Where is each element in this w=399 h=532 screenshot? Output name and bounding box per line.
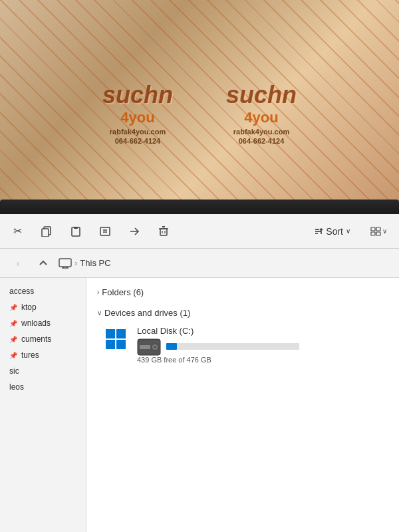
windows-logo-icon bbox=[104, 328, 127, 350]
sidebar-documents-label: cuments bbox=[21, 334, 51, 344]
sidebar-item-videos[interactable]: leos bbox=[0, 379, 86, 395]
svg-rect-31 bbox=[140, 345, 150, 349]
disk-name: Local Disk (C:) bbox=[137, 326, 383, 336]
sidebar-item-downloads[interactable]: 📌 wnloads bbox=[0, 315, 86, 331]
sidebar-item-documents[interactable]: 📌 cuments bbox=[0, 331, 86, 347]
logo-right-phone: 064-662-4124 bbox=[239, 137, 285, 145]
disk-free-label: 439 GB free of 476 GB bbox=[137, 356, 383, 364]
share-icon bbox=[129, 226, 140, 237]
paste-button[interactable] bbox=[66, 222, 85, 241]
cut-button[interactable]: ✂ bbox=[8, 222, 27, 241]
logo-left-name: suchn bbox=[102, 81, 173, 109]
svg-rect-20 bbox=[59, 259, 71, 267]
sidebar-item-music[interactable]: sic bbox=[0, 363, 86, 379]
folders-chevron: › bbox=[97, 289, 99, 296]
disk-info: Local Disk (C:) bbox=[137, 326, 383, 364]
sort-chevron: ∨ bbox=[346, 227, 350, 235]
up-arrow-icon bbox=[39, 259, 48, 268]
sidebar-downloads-label: wnloads bbox=[21, 319, 51, 328]
sidebar-music-label: sic bbox=[9, 366, 19, 376]
sidebar-pictures-label: tures bbox=[21, 350, 39, 360]
background-content: suchn 4you rabfak4you.com 064-662-4124 s… bbox=[0, 0, 399, 226]
copy-icon bbox=[41, 226, 52, 237]
svg-rect-25 bbox=[116, 329, 126, 338]
laptop-bezel bbox=[0, 200, 399, 214]
sort-button[interactable]: Sort ∨ bbox=[309, 223, 356, 239]
sidebar-item-access[interactable]: access bbox=[0, 283, 86, 299]
svg-rect-24 bbox=[106, 329, 115, 338]
local-disk-item[interactable]: Local Disk (C:) bbox=[97, 322, 388, 368]
view-button[interactable]: ∨ bbox=[366, 224, 391, 239]
logo-right: suchn 4you rabfak4you.com 064-662-4124 bbox=[226, 81, 297, 145]
pin-icon-downloads: 📌 bbox=[9, 320, 17, 327]
monitor-icon bbox=[59, 258, 72, 269]
folders-section-header[interactable]: › Folders (6) bbox=[97, 283, 388, 301]
rename-icon bbox=[100, 226, 110, 237]
svg-rect-1 bbox=[42, 229, 49, 237]
sidebar-desktop-label: ktop bbox=[21, 303, 37, 312]
delete-button[interactable] bbox=[154, 222, 173, 241]
view-chevron: ∨ bbox=[382, 227, 387, 235]
sort-icon bbox=[314, 227, 323, 236]
svg-rect-3 bbox=[74, 227, 78, 229]
svg-rect-19 bbox=[376, 232, 380, 235]
hdd-icon bbox=[137, 338, 161, 356]
view-icon bbox=[370, 227, 381, 236]
svg-rect-16 bbox=[371, 227, 375, 231]
toolbar: ✂ bbox=[0, 214, 399, 249]
content-area: › Folders (6) ∨ Devices and drives (1) bbox=[86, 278, 399, 532]
pin-icon-desktop: 📌 bbox=[9, 304, 17, 311]
folders-section-label: Folders (6) bbox=[102, 287, 144, 297]
path-thispc: This PC bbox=[80, 258, 110, 268]
address-bar: ‹ › This PC bbox=[0, 249, 399, 278]
sidebar: access 📌 ktop 📌 wnloads 📌 cuments 📌 ture… bbox=[0, 278, 86, 532]
disk-bar-container bbox=[166, 343, 299, 350]
logos-area: suchn 4you rabfak4you.com 064-662-4124 s… bbox=[102, 81, 297, 145]
address-path: › This PC bbox=[59, 258, 111, 269]
logo-left-website: rabfak4you.com bbox=[110, 128, 166, 136]
sidebar-item-pictures[interactable]: 📌 tures bbox=[0, 347, 86, 363]
devices-chevron: ∨ bbox=[97, 309, 102, 317]
logo-left-tagline: 4you bbox=[120, 109, 154, 126]
svg-rect-17 bbox=[376, 227, 380, 231]
pin-icon-pictures: 📌 bbox=[9, 352, 17, 359]
main-area: access 📌 ktop 📌 wnloads 📌 cuments 📌 ture… bbox=[0, 278, 399, 532]
logo-right-tagline: 4you bbox=[244, 109, 278, 126]
devices-section: ∨ Devices and drives (1) bbox=[97, 304, 388, 368]
up-button[interactable] bbox=[33, 253, 53, 273]
background-photo: suchn 4you rabfak4you.com 064-662-4124 s… bbox=[0, 0, 399, 226]
path-separator: › bbox=[74, 258, 77, 268]
devices-section-label: Devices and drives (1) bbox=[104, 308, 190, 318]
sidebar-item-desktop[interactable]: 📌 ktop bbox=[0, 299, 86, 315]
svg-point-30 bbox=[154, 346, 156, 348]
disk-bar-fill bbox=[166, 343, 177, 350]
paste-icon bbox=[70, 226, 81, 237]
sidebar-access-label: access bbox=[9, 287, 34, 296]
logo-right-website: rabfak4you.com bbox=[233, 128, 289, 136]
devices-section-header[interactable]: ∨ Devices and drives (1) bbox=[97, 304, 388, 322]
rename-button[interactable] bbox=[96, 222, 114, 241]
svg-rect-18 bbox=[371, 232, 375, 235]
logo-right-name: suchn bbox=[226, 81, 297, 109]
svg-rect-27 bbox=[116, 340, 126, 349]
share-button[interactable] bbox=[125, 222, 144, 241]
pin-icon-documents: 📌 bbox=[9, 336, 17, 343]
logo-left-phone: 064-662-4124 bbox=[115, 137, 161, 145]
sidebar-videos-label: leos bbox=[9, 382, 24, 392]
disk-icon-container bbox=[102, 326, 129, 352]
svg-rect-4 bbox=[100, 227, 110, 235]
back-button: ‹ bbox=[8, 253, 28, 273]
file-explorer-window: ✂ bbox=[0, 214, 399, 532]
svg-rect-7 bbox=[160, 229, 167, 235]
copy-button[interactable] bbox=[37, 222, 56, 241]
sort-label: Sort bbox=[326, 226, 343, 237]
logo-left: suchn 4you rabfak4you.com 064-662-4124 bbox=[102, 81, 173, 145]
svg-rect-26 bbox=[106, 340, 115, 349]
delete-icon bbox=[158, 226, 169, 237]
